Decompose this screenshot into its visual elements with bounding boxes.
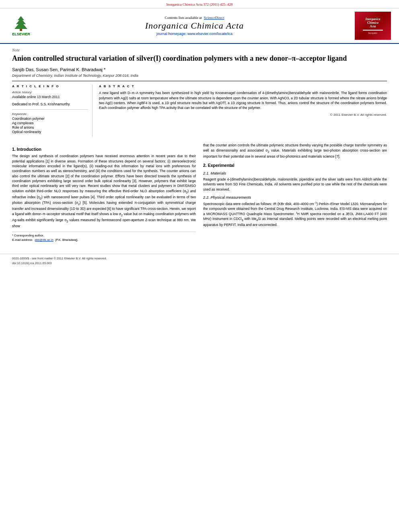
intro-paragraph-1: The design and synthesis of coordination… <box>12 154 196 228</box>
authors: Sanjib Das, Susan Sen, Parimal K. Bharad… <box>12 67 387 72</box>
keyword-2: Ag complexes <box>12 121 88 125</box>
physical-subsection-title: 2.2. Physical measurements <box>203 195 387 199</box>
body-content: 1. Introduction The design and synthesis… <box>12 143 387 242</box>
email-line: E-mail address: pkb@iitk.ac.in (P.K. Bha… <box>12 238 196 242</box>
dedication: Dedicated to Prof. S.S. Krishnamurthy <box>12 102 88 106</box>
journal-header: ELSEVIER Contents lists available at Sci… <box>0 8 399 44</box>
abstract-text: A new ligand with D–π–A symmetry has bee… <box>99 90 387 110</box>
logo-subtitle: Inorganic <box>368 32 378 34</box>
article-info-header: A R T I C L E I N F O <box>12 84 88 88</box>
journal-name: Inorganica Chimica Acta <box>34 21 355 31</box>
journal-citation-bar: Inorganica Chimica Acta 372 (2011) 425–4… <box>0 0 399 8</box>
journal-homepage: journal homepage: www.elsevier.com/locat… <box>34 32 355 36</box>
keywords-section: Keywords: Coordination polymer Ag comple… <box>12 112 88 134</box>
elsevier-label: ELSEVIER <box>12 32 30 36</box>
physical-text: Spectroscopic data were collected as fol… <box>203 201 387 228</box>
article-info-column: A R T I C L E I N F O Article history: A… <box>12 84 93 137</box>
logo-title1: Inorganica <box>366 17 380 21</box>
keyword-3: Role of anions <box>12 125 88 129</box>
footnote-area: * Corresponding author. E-mail address: … <box>12 232 196 242</box>
experimental-section-title: 2. Experimental <box>203 163 387 168</box>
intro-section-title: 1. Introduction <box>12 147 196 152</box>
contents-line: Contents lists available at ScienceDirec… <box>34 16 355 20</box>
abstract-header: A B S T R A C T <box>99 84 387 88</box>
article-title: Anion controlled structural variation of… <box>12 54 387 63</box>
article-history: Article history: Available online 13 Mar… <box>12 90 88 99</box>
journal-logo-box: Inorganica Chimica Acta Inorganic <box>355 12 391 40</box>
keyword-1: Coordination polymer <box>12 117 88 121</box>
keyword-4: Optical nonlinearity <box>12 130 88 134</box>
keywords-list: Coordination polymer Ag complexes Role o… <box>12 117 88 134</box>
main-content: Note Anion controlled structural variati… <box>0 44 399 246</box>
page-footer: 0020-1693/$ - see front matter © 2011 El… <box>0 254 399 269</box>
sciencedirect-link[interactable]: ScienceDirect <box>204 16 224 20</box>
svg-rect-2 <box>20 29 22 31</box>
logo-title3: Acta <box>370 25 376 28</box>
keywords-label: Keywords: <box>12 112 88 116</box>
body-col-right: that the counter anion controls the ulti… <box>203 143 387 242</box>
elsevier-tree-icon <box>8 15 34 32</box>
materials-subsection-title: 2.1. Materials <box>203 171 387 175</box>
affiliation: Department of Chemistry, Indian Institut… <box>12 74 387 78</box>
elsevier-logo: ELSEVIER <box>8 15 34 36</box>
article-type-label: Note <box>12 48 387 52</box>
logo-title2: Chimica <box>367 21 378 25</box>
materials-text: Reagent grade 4-(dimethylamino)benzaldeh… <box>203 177 387 192</box>
body-col-left: 1. Introduction The design and synthesis… <box>12 143 196 242</box>
history-label: Article history: <box>12 90 88 94</box>
email-link[interactable]: pkb@iitk.ac.in <box>35 238 53 242</box>
abstract-copyright: © 2011 Elsevier B.V. All rights reserved… <box>99 113 387 117</box>
abstract-column: A B S T R A C T A new ligand with D–π–A … <box>99 84 387 137</box>
available-online: Available online 13 March 2011 <box>12 95 88 99</box>
intro-continued: that the counter anion controls the ulti… <box>203 143 387 159</box>
corresponding-label: * Corresponding author. <box>12 234 196 237</box>
article-info-abstract-section: A R T I C L E I N F O Article history: A… <box>12 81 387 137</box>
journal-citation: Inorganica Chimica Acta 372 (2011) 425–4… <box>166 2 232 6</box>
footer-copyright: 0020-1693/$ - see front matter © 2011 El… <box>12 257 387 260</box>
footer-doi: doi:10.1016/j.ica.2011.03.003 <box>12 261 387 265</box>
dedication-text: Dedicated to Prof. S.S. Krishnamurthy <box>12 102 88 106</box>
journal-header-center: Contents lists available at ScienceDirec… <box>34 16 355 36</box>
